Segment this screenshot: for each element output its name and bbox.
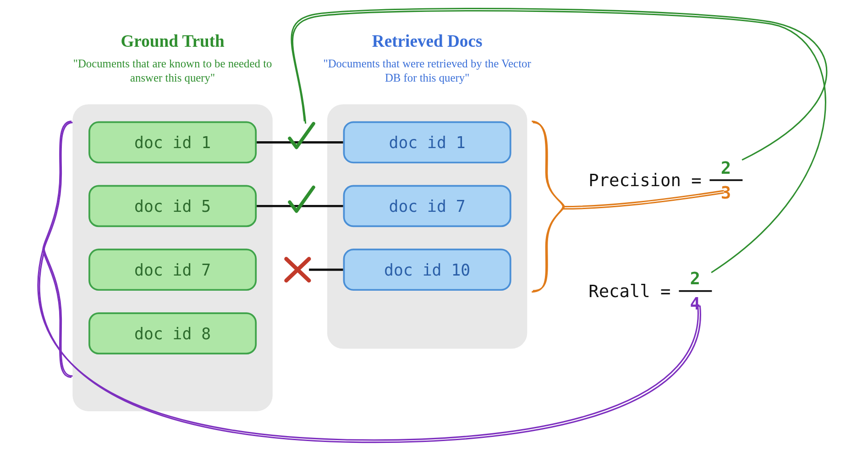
brace-retrieved-dup (533, 122, 564, 291)
retrieved-doc: doc id 10 (343, 249, 511, 291)
recall-fraction: 2 4 (679, 269, 712, 313)
precision-fraction: 2 3 (709, 158, 742, 202)
recall-formula: Recall = 2 4 (588, 269, 711, 313)
check-icon (290, 124, 313, 148)
retrieved-panel: doc id 1 doc id 7 doc id 10 (327, 104, 527, 348)
recall-denominator: 4 (690, 294, 700, 313)
retrieved-title: Retrieved Docs (325, 32, 529, 51)
precision-denominator: 3 (721, 183, 731, 202)
fraction-bar (679, 290, 712, 292)
ground-truth-doc: doc id 1 (88, 122, 257, 164)
brace-retrieved (532, 122, 563, 292)
ground-truth-subtitle: "Documents that are known to be needed t… (65, 56, 280, 85)
check-icon (290, 187, 313, 211)
precision-formula: Precision = 2 3 (588, 158, 742, 202)
recall-numerator: 2 (690, 269, 700, 288)
cross-icon (286, 259, 309, 281)
diagram-stage: Ground Truth "Documents that are known t… (3, 2, 865, 451)
ground-truth-panel: doc id 1 doc id 5 doc id 7 doc id 8 (72, 104, 272, 411)
fraction-bar (709, 179, 742, 181)
brace-ground-truth (43, 122, 71, 377)
retrieved-doc: doc id 1 (343, 122, 511, 164)
precision-numerator: 2 (721, 158, 731, 177)
ground-truth-doc: doc id 7 (88, 249, 257, 291)
precision-label: Precision = (588, 170, 701, 190)
brace-ground-truth-dup (44, 122, 72, 376)
retrieved-subtitle: "Documents that were retrieved by the Ve… (319, 56, 535, 85)
retrieved-doc: doc id 7 (343, 185, 511, 227)
ground-truth-title: Ground Truth (70, 32, 275, 51)
ground-truth-doc: doc id 5 (88, 185, 257, 227)
ground-truth-doc: doc id 8 (88, 312, 257, 354)
recall-label: Recall = (588, 281, 670, 301)
